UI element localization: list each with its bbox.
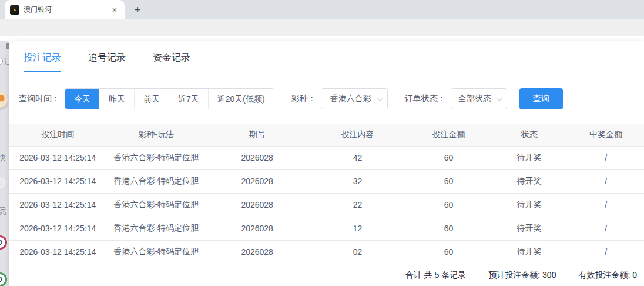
site-favicon-icon: ▲ [10,5,19,15]
time-filter-label: 查询时间： [19,94,60,104]
cell-bet-amount: 60 [407,217,491,240]
cell-issue-number: 2026028 [206,217,308,240]
query-button[interactable]: 查询 [519,88,563,109]
ball-number: 0 [0,275,2,284]
browser-window: ▲ 澳门银河 × + 辶 快 玩 0 0 投注记录追号记录资金记录 查询时间： … [0,0,644,286]
summary-valid-value: 0 [632,270,637,280]
tab-chase-records[interactable]: 追号记录 [88,52,126,72]
cell-status: 待开奖 [491,169,568,193]
time-option-yesterday[interactable]: 昨天 [99,89,134,109]
column-header-win-amount: 中奖金额 [568,124,644,146]
cell-lottery-play: 香港六合彩-特码定位胆 [106,169,206,193]
summary-expected-amount: 预计投注金额: 300 [488,270,556,281]
table-row: 2026-03-12 14:25:14香港六合彩-特码定位胆2026028326… [9,169,644,193]
column-header-issue-number: 期号 [206,124,308,146]
table-row: 2026-03-12 14:25:14香港六合彩-特码定位胆2026028126… [9,217,644,240]
cell-status: 待开奖 [491,193,568,217]
cell-bet-amount: 60 [407,240,491,264]
cell-bet-time: 2026-03-12 14:25:14 [9,193,106,217]
browser-toolbar-strip [0,19,644,36]
table-row: 2026-03-12 14:25:14香港六合彩-特码定位胆2026028226… [9,193,644,217]
cell-bet-content: 32 [308,169,406,193]
background-lottery-ball-green: 0 [0,272,7,286]
cell-bet-content: 22 [308,193,406,217]
browser-tab-title: 澳门银河 [24,5,109,15]
tab-close-icon[interactable]: × [109,5,120,15]
cell-lottery-play: 香港六合彩-特码定位胆 [106,193,206,217]
time-filter-group: 今天昨天前天近7天近20天(低频) [65,88,274,109]
column-header-bet-content: 投注内容 [308,124,406,146]
page-background: 辶 快 玩 0 0 投注记录追号记录资金记录 查询时间： 今天昨天前天近7天近2… [0,36,644,286]
status-select[interactable]: 全部状态 [451,88,507,109]
cell-lottery-play: 香港六合彩-特码定位胆 [106,217,206,240]
status-filter-label: 订单状态： [405,94,446,104]
cell-issue-number: 2026028 [206,240,308,264]
lottery-select-value: 香港六合彩 [330,94,371,104]
filter-bar: 查询时间： 今天昨天前天近7天近20天(低频) 彩种： 香港六合彩 订单状态： … [9,88,644,109]
time-option-day-before[interactable]: 前天 [134,89,169,109]
cell-issue-number: 2026028 [206,169,308,193]
cell-win-amount: / [568,217,644,240]
table-row: 2026-03-12 14:25:14香港六合彩-特码定位胆2026028426… [9,146,644,169]
records-tabs: 投注记录追号记录资金记录 [9,41,644,72]
background-lottery-ball-red: 0 [0,235,7,250]
background-circle-icon [0,178,5,188]
background-avatar-fragment [0,92,8,108]
background-circle-icon [0,58,3,65]
cell-bet-amount: 60 [407,169,491,193]
cell-lottery-play: 香港六合彩-特码定位胆 [106,146,206,169]
cell-bet-content: 42 [308,146,406,169]
cell-bet-amount: 60 [407,193,491,217]
summary-expected-label: 预计投注金额: [488,270,540,280]
time-option-today[interactable]: 今天 [65,89,99,109]
time-option-last-7-days[interactable]: 近7天 [169,89,208,109]
table-row: 2026-03-12 14:25:14香港六合彩-特码定位胆2026028026… [9,240,644,264]
cell-issue-number: 2026028 [206,193,308,217]
ball-number: 0 [0,238,2,247]
tab-funds-records[interactable]: 资金记录 [153,52,190,72]
cell-bet-time: 2026-03-12 14:25:14 [9,146,106,169]
cell-status: 待开奖 [491,146,568,169]
new-tab-button[interactable]: + [130,3,145,17]
tab-betting-records[interactable]: 投注记录 [24,52,61,72]
background-text-fragment: 辶 [4,57,9,67]
cell-bet-amount: 60 [407,146,491,169]
table-header-row: 投注时间彩种-玩法期号投注内容投注金额状态中奖金额 [9,124,644,146]
background-page-edge: 辶 快 玩 0 0 [0,41,9,286]
summary-total: 合计 共 5 条记录 [405,270,466,281]
cell-bet-time: 2026-03-12 14:25:14 [9,217,106,240]
cell-bet-time: 2026-03-12 14:25:14 [9,240,106,264]
cell-bet-content: 02 [308,240,406,264]
column-header-status: 状态 [491,124,568,146]
summary-valid-amount: 有效投注金额: 0 [578,270,637,281]
records-panel: 投注记录追号记录资金记录 查询时间： 今天昨天前天近7天近20天(低频) 彩种：… [9,41,644,286]
column-header-lottery-play: 彩种-玩法 [106,124,206,146]
lottery-filter-label: 彩种： [291,94,316,104]
bet-records-table: 投注时间彩种-玩法期号投注内容投注金额状态中奖金额 2026-03-12 14:… [9,124,644,264]
cell-win-amount: / [568,240,644,264]
cell-bet-time: 2026-03-12 14:25:14 [9,169,106,193]
summary-expected-value: 300 [542,270,556,280]
cell-win-amount: / [568,169,644,193]
summary-valid-label: 有效投注金额: [578,270,630,280]
triangle-logo-icon: ▲ [12,8,17,12]
cell-status: 待开奖 [491,240,568,264]
background-text-fragment: 快 [0,153,6,164]
browser-tab-bar: ▲ 澳门银河 × + [0,0,644,19]
status-select-value: 全部状态 [458,94,491,104]
time-option-last-20-days[interactable]: 近20天(低频) [208,89,274,109]
column-header-bet-time: 投注时间 [9,124,106,146]
cell-bet-content: 12 [308,217,406,240]
cell-issue-number: 2026028 [206,146,308,169]
cell-win-amount: / [568,193,644,217]
cell-win-amount: / [568,146,644,169]
lottery-select[interactable]: 香港六合彩 [321,88,388,109]
cell-status: 待开奖 [491,217,568,240]
browser-tab[interactable]: ▲ 澳门银河 × [5,0,125,19]
chevron-down-icon [377,95,383,101]
cell-lottery-play: 香港六合彩-特码定位胆 [106,240,206,264]
column-header-bet-amount: 投注金额 [407,124,491,146]
summary-bar: 合计 共 5 条记录 预计投注金额: 300 有效投注金额: 0 [9,264,644,286]
background-text-fragment: 玩 [0,206,6,217]
chevron-down-icon [497,95,502,101]
